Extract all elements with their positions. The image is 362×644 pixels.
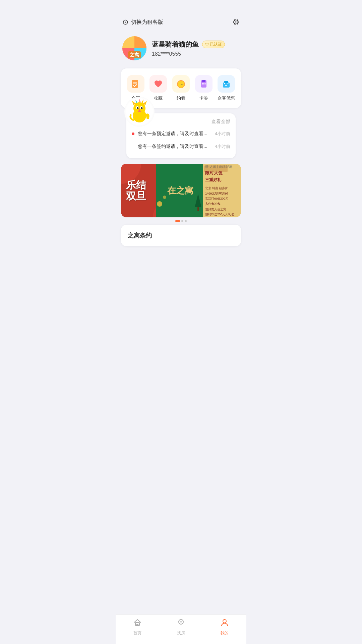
svg-point-28: [137, 107, 139, 109]
notification-item-1[interactable]: 您有一条预定邀请，请及时查看... 4小时前: [132, 127, 230, 140]
svg-point-29: [141, 107, 143, 109]
contract-icon: [127, 75, 144, 93]
coupon-icon: [195, 75, 213, 93]
favorite-icon: [149, 75, 167, 93]
notification-text-1: 您有一条预定邀请，请及时查看...: [138, 131, 207, 137]
svg-point-46: [223, 620, 226, 623]
mascot-container: [124, 97, 155, 127]
quick-action-enterprise[interactable]: 企客优惠: [218, 75, 235, 101]
profile-name: 蓝星骑着猫的鱼: [152, 40, 199, 49]
svg-rect-10: [180, 80, 181, 82]
banner-dot-2[interactable]: [181, 220, 183, 222]
banner[interactable]: 乐结 双旦 在之寓 盛·之寓 | 高端智寓 限时大促 三重好礼 北京 特惠 起步…: [121, 164, 241, 217]
bottom-nav: 首页 找房 我的: [116, 614, 246, 644]
favorite-label: 收藏: [154, 95, 163, 101]
banner-main-text: 乐结 双旦: [126, 179, 146, 202]
svg-point-30: [138, 109, 140, 111]
svg-point-21: [228, 83, 229, 84]
mine-label: 我的: [221, 630, 229, 636]
svg-rect-19: [224, 81, 228, 83]
banner-green-text: 在之寓: [158, 164, 202, 217]
banner-dots: [121, 220, 241, 222]
appointment-icon: [172, 75, 190, 93]
switch-icon: ⊙: [122, 18, 128, 26]
svg-rect-22: [225, 85, 227, 86]
svg-rect-42: [136, 624, 138, 626]
profile-info: 蓝星骑着猫的鱼 🛡 已认证 182****0555: [152, 40, 225, 57]
banner-dot-1[interactable]: [175, 220, 180, 222]
banner-promo: 盛·之寓 | 高端智寓 限时大促 三重好礼 北京 特惠 起步价 1400元/月可…: [202, 164, 241, 217]
svg-rect-15: [202, 80, 205, 82]
svg-point-44: [180, 621, 182, 623]
settings-icon[interactable]: ⚙: [232, 17, 240, 27]
nav-mine[interactable]: 我的: [220, 618, 229, 636]
banner-overlay: 乐结 双旦 在之寓 盛·之寓 | 高端智寓 限时大促 三重好礼 北京 特惠 起步…: [121, 164, 241, 217]
switch-tenant-button[interactable]: ⊙ 切换为租客版: [122, 18, 163, 26]
quick-action-appointment[interactable]: 约看: [172, 75, 190, 101]
verified-label: 已认证: [210, 42, 222, 47]
notification-time-1: 4小时前: [215, 131, 230, 137]
notification-left-2: 您有一条签约邀请，请及时查看...: [132, 144, 207, 150]
view-all-button[interactable]: 查看全部: [212, 119, 230, 125]
avatar[interactable]: 之寓: [122, 36, 146, 60]
mine-icon: [220, 618, 229, 629]
find-label: 找房: [177, 630, 185, 636]
profile-name-row: 蓝星骑着猫的鱼 🛡 已认证: [152, 40, 225, 49]
switch-label: 切换为租客版: [131, 19, 163, 26]
top-bar: ⊙ 切换为租客版 ⚙: [116, 0, 246, 31]
enterprise-icon: [218, 75, 235, 93]
coupon-label: 卡券: [199, 95, 208, 101]
notification-item-2[interactable]: 您有一条签约邀请，请及时查看... 4小时前: [132, 140, 230, 153]
notification-time-2: 4小时前: [215, 144, 230, 150]
agreement-section[interactable]: 之寓条约: [121, 225, 241, 246]
home-icon: [133, 618, 142, 629]
profile-section: 之寓 蓝星骑着猫的鱼 🛡 已认证 182****0555: [116, 31, 246, 68]
verified-badge: 🛡 已认证: [202, 41, 225, 48]
svg-rect-11: [181, 80, 182, 82]
banner-wrapper[interactable]: 乐结 双旦 在之寓 盛·之寓 | 高端智寓 限时大促 三重好礼 北京 特惠 起步…: [121, 164, 241, 222]
profile-phone: 182****0555: [152, 51, 225, 57]
avatar-text: 之寓: [130, 52, 139, 57]
agreement-title: 之寓条约: [128, 232, 152, 239]
svg-point-20: [224, 83, 225, 84]
notification-left-1: 您有一条预定邀请，请及时查看...: [132, 131, 207, 137]
banner-left-text: 乐结 双旦: [121, 164, 158, 217]
notification-text-2: 您有一条签约邀请，请及时查看...: [138, 144, 207, 150]
appointment-label: 约看: [177, 95, 185, 101]
quick-action-coupon[interactable]: 卡券: [195, 75, 213, 101]
nav-find[interactable]: 找房: [177, 618, 185, 636]
home-label: 首页: [133, 630, 141, 636]
find-icon: [177, 618, 185, 629]
shield-icon: 🛡: [205, 42, 209, 46]
red-dot-1: [132, 132, 134, 135]
nav-home[interactable]: 首页: [133, 618, 142, 636]
banner-dot-3[interactable]: [185, 220, 187, 222]
notification-wrapper: 查看全部 您有一条预定邀请，请及时查看... 4小时前 您有一条签约邀请，请及时…: [121, 113, 241, 158]
enterprise-label: 企客优惠: [218, 95, 235, 101]
mascot: [124, 97, 155, 127]
